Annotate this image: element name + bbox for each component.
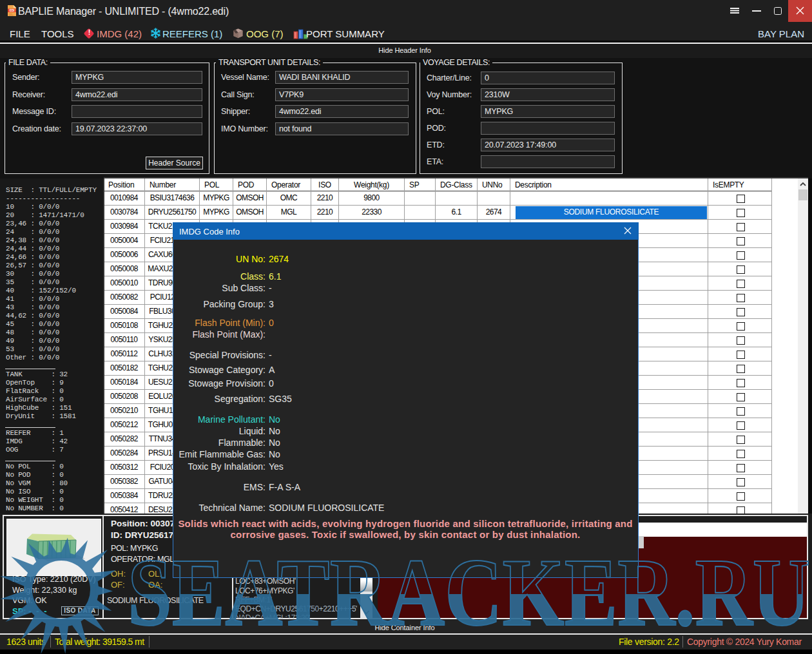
svg-text:EDI: EDI (10, 9, 15, 12)
